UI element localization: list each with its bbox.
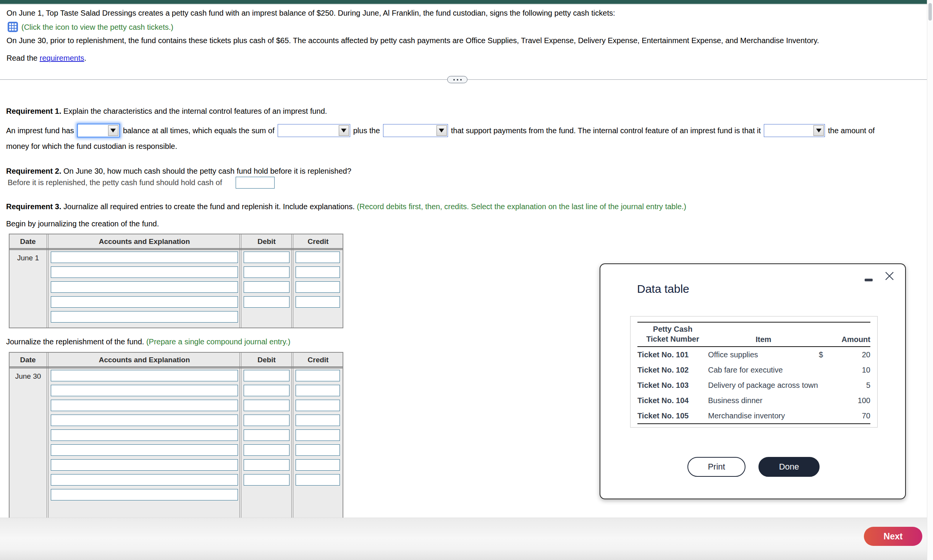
account-input[interactable] <box>51 474 238 486</box>
done-button[interactable]: Done <box>758 457 820 477</box>
table-bottom-rule <box>637 423 870 424</box>
credit-input[interactable] <box>296 429 340 441</box>
cash-amount-input[interactable] <box>236 177 275 189</box>
read-prefix: Read the <box>6 54 40 62</box>
ticket-item: Delivery of package across town <box>708 381 819 390</box>
debit-column-header: Debit <box>257 356 276 364</box>
date-column-header: Date <box>20 237 36 246</box>
dropdown-arrow-icon <box>108 125 118 136</box>
read-requirements-line: Read the requirements. <box>6 54 86 63</box>
ticket-amount-cell: 10 <box>819 366 870 374</box>
explanation-input[interactable] <box>51 489 238 500</box>
row-date-cell <box>10 266 47 281</box>
imprest-balance-dropdown[interactable] <box>77 124 120 137</box>
requirement-3-text: Journalize all required entries to creat… <box>61 202 357 211</box>
debit-input[interactable] <box>244 429 289 441</box>
replenish-intro: Journalize the replenishment of the fund… <box>6 337 291 346</box>
ticket-item: Merchandise inventory <box>708 412 819 420</box>
row-date-cell <box>10 310 47 325</box>
ticket-amount-cell: 5 <box>819 381 870 390</box>
petty-cash-ticket-row: Ticket No. 104Business dinner100 <box>637 393 870 408</box>
column-separator <box>291 353 293 518</box>
credit-input[interactable] <box>296 266 340 278</box>
sum-component-2-dropdown[interactable] <box>383 124 448 137</box>
debit-input[interactable] <box>244 252 289 263</box>
account-input[interactable] <box>51 444 238 456</box>
req1-segment-4: that support payments from the fund. The… <box>451 126 761 135</box>
account-input[interactable] <box>51 459 238 471</box>
credit-input[interactable] <box>296 400 340 411</box>
credit-input[interactable] <box>296 296 340 308</box>
ticket-number-header: Petty Cash Ticket Number <box>637 324 708 344</box>
account-input[interactable] <box>51 252 238 263</box>
credit-input[interactable] <box>296 415 340 426</box>
debit-input[interactable] <box>244 370 289 381</box>
dropdown-arrow-icon <box>813 125 824 136</box>
requirement-2-heading: Requirement 2. On June 30, how much cash… <box>6 167 351 176</box>
account-input[interactable] <box>51 370 238 381</box>
account-input[interactable] <box>51 385 238 396</box>
column-separator <box>239 353 241 518</box>
close-icon[interactable] <box>884 270 895 282</box>
debit-input[interactable] <box>244 266 289 278</box>
petty-cash-tickets-icon[interactable] <box>8 22 18 32</box>
explanation-input[interactable] <box>51 311 238 323</box>
ticket-number: Ticket No. 102 <box>637 366 708 374</box>
item-header: Item <box>708 335 819 344</box>
vertical-scrollbar[interactable] <box>927 0 933 560</box>
petty-cash-ticket-row: Ticket No. 102Cab fare for executive10 <box>637 362 870 378</box>
credit-column-header: Credit <box>308 237 329 246</box>
requirements-link[interactable]: requirements <box>40 54 84 62</box>
req1-segment-1: An imprest fund has <box>6 126 74 135</box>
requirement-2-text: On June 30, how much cash should the pet… <box>61 167 351 175</box>
credit-input[interactable] <box>296 370 340 381</box>
credit-input[interactable] <box>296 444 340 456</box>
row-date-cell <box>10 281 47 295</box>
control-feature-dropdown[interactable] <box>764 124 825 137</box>
account-input[interactable] <box>51 429 238 441</box>
credit-input[interactable] <box>296 459 340 471</box>
account-input[interactable] <box>51 400 238 411</box>
debit-input[interactable] <box>244 444 289 456</box>
journal-table-replenishment: Date Accounts and Explanation Debit Cred… <box>9 352 343 518</box>
ticket-amount-cell: $20 <box>819 350 870 359</box>
account-input[interactable] <box>51 281 238 293</box>
debit-input[interactable] <box>244 459 289 471</box>
footer-bar <box>0 518 927 560</box>
debit-input[interactable] <box>244 474 289 486</box>
account-input[interactable] <box>51 266 238 278</box>
top-accent-bar <box>0 0 927 5</box>
print-button[interactable]: Print <box>687 457 745 477</box>
debit-input[interactable] <box>244 415 289 426</box>
ticket-number: Ticket No. 103 <box>637 381 708 390</box>
ticket-number: Ticket No. 105 <box>637 412 708 420</box>
replenish-intro-text: Journalize the replenishment of the fund… <box>6 337 146 346</box>
row-date-cell <box>10 295 47 310</box>
debit-input[interactable] <box>244 400 289 411</box>
sum-component-1-dropdown[interactable] <box>278 124 350 137</box>
credit-input[interactable] <box>296 474 340 486</box>
account-input[interactable] <box>51 415 238 426</box>
requirement-3-label: Requirement 3. <box>6 202 61 211</box>
debit-input[interactable] <box>244 281 289 293</box>
tickets-icon-caption: (Click the icon to view the petty cash t… <box>21 23 173 32</box>
debit-input[interactable] <box>244 385 289 396</box>
minimize-icon[interactable] <box>865 279 873 281</box>
credit-input[interactable] <box>296 252 340 263</box>
credit-input[interactable] <box>296 281 340 293</box>
next-button[interactable]: Next <box>864 527 922 546</box>
row-date-label: June 30 <box>15 372 41 380</box>
row-date-cell <box>10 444 47 458</box>
requirement-2-answer-row: Before it is replenished, the petty cash… <box>8 176 275 189</box>
debit-input[interactable] <box>244 296 289 308</box>
credit-input[interactable] <box>296 385 340 396</box>
section-expander-pill[interactable] <box>447 76 467 83</box>
req1-segment-5: the amount of <box>828 126 875 135</box>
scrollbar-thumb[interactable] <box>928 3 932 21</box>
read-suffix: . <box>84 54 86 62</box>
column-separator <box>47 234 49 328</box>
account-input[interactable] <box>51 296 238 308</box>
requirement-1-label: Requirement 1. <box>6 107 61 115</box>
petty-cash-ticket-row: Ticket No. 105Merchandise inventory70 <box>637 408 870 423</box>
row-date-label: June 1 <box>17 254 39 262</box>
